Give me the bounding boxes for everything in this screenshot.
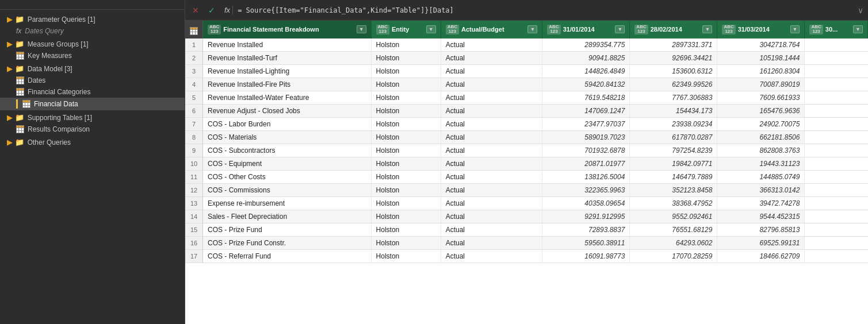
cell-d1: 72893.8837 xyxy=(542,223,630,236)
cell-d3: 3042718.764 xyxy=(717,38,805,52)
col-header-label-date-31-01-2014: 31/01/2014 xyxy=(563,26,595,33)
cell-d1: 90941.8825 xyxy=(542,51,630,64)
col-header-label-date-31-03-2014: 31/03/2014 xyxy=(738,26,770,33)
sidebar-item-financial-categories[interactable]: Financial Categories xyxy=(0,86,185,98)
col-header-date-31-03-2014[interactable]: ABC12331/03/2014▼ xyxy=(717,21,805,38)
formula-dropdown-icon[interactable]: ∨ xyxy=(858,6,863,15)
row-number: 3 xyxy=(185,64,203,78)
cell-financial-statement: COS - Equipment xyxy=(203,157,372,170)
sidebar-group-data-model: ▶ 📁Data Model [3]DatesFinancial Categori… xyxy=(0,63,185,110)
cell-financial-statement: COS - Other Costs xyxy=(203,170,372,183)
sidebar-item-label-data-model: Data Model [3] xyxy=(28,65,72,73)
sidebar-child-label-dates: Dates xyxy=(28,76,45,84)
col-header-label-date-30: 30... xyxy=(825,26,838,33)
sidebar-item-data-model[interactable]: ▶ 📁Data Model [3] xyxy=(0,63,185,75)
col-type-badge: ABC123 xyxy=(634,25,648,35)
col-type-badge: ABC123 xyxy=(446,25,459,35)
cell-d1: 322365.9963 xyxy=(542,183,630,196)
table-row: 14Sales - Fleet DepreciationHolstonActua… xyxy=(185,210,868,223)
sidebar-item-financial-data[interactable]: Financial Data xyxy=(0,98,185,110)
table-row: 7COS - Labor BurdenHolstonActual23477.97… xyxy=(185,117,868,130)
col-header-date-30[interactable]: ABC12330...▼ xyxy=(805,21,868,38)
cell-d2: 64293.0602 xyxy=(630,236,717,249)
table-row: 8COS - MaterialsHolstonActual589019.7023… xyxy=(185,130,868,144)
col-type-badge: ABC123 xyxy=(208,25,221,35)
col-filter-button-date-31-01-2014[interactable]: ▼ xyxy=(615,25,625,33)
cell-entity: Holston xyxy=(371,210,441,223)
cell-entity: Holston xyxy=(371,104,441,117)
cell-d2: 154434.173 xyxy=(630,104,717,117)
cell-d3: 144885.0749 xyxy=(717,170,805,183)
cell-d3: 70087.89019 xyxy=(717,78,805,91)
cell-d3: 862808.3763 xyxy=(717,144,805,157)
cell-d1: 2899354.775 xyxy=(542,38,630,52)
col-filter-button-entity[interactable]: ▼ xyxy=(426,25,436,33)
cell-actual-budget: Actual xyxy=(441,130,542,144)
cell-actual-budget: Actual xyxy=(441,38,542,52)
sidebar-item-results-comparison[interactable]: Results Comparison xyxy=(0,124,185,135)
col-filter-button-financial-statement[interactable]: ▼ xyxy=(357,25,366,33)
row-number: 1 xyxy=(185,38,203,52)
data-table: ABC123Financial Statement Breakdown▼ABC1… xyxy=(185,21,868,263)
col-header-date-31-01-2014[interactable]: ABC12331/01/2014▼ xyxy=(542,21,630,38)
cell-financial-statement: Revenue Installed-Lighting xyxy=(203,64,372,78)
sidebar-group-supporting-tables: ▶ 📁Supporting Tables [1]Results Comparis… xyxy=(0,111,185,135)
cell-entity: Holston xyxy=(371,170,441,183)
formula-input[interactable] xyxy=(238,6,853,14)
cell-actual-budget: Actual xyxy=(441,104,542,117)
cell-d3: 82796.85813 xyxy=(717,223,805,236)
cell-financial-statement: COS - Subcontractors xyxy=(203,144,372,157)
sidebar-item-parameter-queries[interactable]: ▶ 📁Parameter Queries [1] xyxy=(0,13,185,25)
table-row: 12COS - CommissionsHolstonActual322365.9… xyxy=(185,183,868,196)
row-number: 12 xyxy=(185,183,203,196)
folder-icon: ▶ 📁 xyxy=(7,15,24,24)
col-filter-button-date-31-03-2014[interactable]: ▼ xyxy=(790,25,800,33)
col-header-actual-budget[interactable]: ABC123Actual/Budget▼ xyxy=(441,21,542,38)
cell-entity: Holston xyxy=(371,236,441,249)
sidebar-item-key-measures[interactable]: Key Measures xyxy=(0,50,185,61)
col-filter-button-date-30[interactable]: ▼ xyxy=(853,25,863,33)
fx-label: fx xyxy=(222,6,233,14)
cell-d2: 153600.6312 xyxy=(630,64,717,78)
col-filter-button-date-28-02-2014[interactable]: ▼ xyxy=(702,25,712,33)
col-type-badge: ABC123 xyxy=(722,25,735,35)
cell-financial-statement: COS - Prize Fund Constr. xyxy=(203,236,372,249)
table-row: 1Revenue InstalledHolstonActual2899354.7… xyxy=(185,38,868,52)
col-header-entity[interactable]: ABC123Entity▼ xyxy=(371,21,441,38)
cell-d2: 7767.306883 xyxy=(630,91,717,104)
formula-cancel-button[interactable]: ✕ xyxy=(190,5,201,16)
sidebar-item-dates-query[interactable]: fxDates Query xyxy=(0,25,185,37)
cell-d1: 7619.548218 xyxy=(542,91,630,104)
cell-d2: 617870.0287 xyxy=(630,130,717,144)
formula-confirm-button[interactable]: ✓ xyxy=(206,5,217,16)
cell-actual-budget: Actual xyxy=(441,223,542,236)
col-header-rownum xyxy=(185,21,203,38)
cell-actual-budget: Actual xyxy=(441,236,542,249)
cell-entity: Holston xyxy=(371,51,441,64)
sidebar-tree: ▶ 📁Parameter Queries [1]fxDates Query▶ 📁… xyxy=(0,10,185,153)
sidebar-item-other-queries[interactable]: ▶ 📁Other Queries xyxy=(0,136,185,148)
cell-actual-budget: Actual xyxy=(441,157,542,170)
sidebar-item-supporting-tables[interactable]: ▶ 📁Supporting Tables [1] xyxy=(0,111,185,124)
row-number: 4 xyxy=(185,78,203,91)
cell-actual-budget: Actual xyxy=(441,183,542,196)
cell-d2: 19842.09771 xyxy=(630,157,717,170)
sidebar-group-other-queries: ▶ 📁Other Queries xyxy=(0,136,185,148)
cell-actual-budget: Actual xyxy=(441,117,542,130)
col-header-date-28-02-2014[interactable]: ABC12328/02/2014▼ xyxy=(630,21,717,38)
col-type-badge: ABC123 xyxy=(376,25,389,35)
table-icon xyxy=(22,100,30,108)
row-number: 8 xyxy=(185,130,203,144)
col-header-financial-statement[interactable]: ABC123Financial Statement Breakdown▼ xyxy=(203,21,372,38)
sidebar-item-dates[interactable]: Dates xyxy=(0,75,185,86)
formula-bar: ✕ ✓ fx ∨ xyxy=(185,0,868,21)
row-number: 11 xyxy=(185,170,203,183)
cell-d3: 366313.0142 xyxy=(717,183,805,196)
cell-d2: 146479.7889 xyxy=(630,170,717,183)
cell-entity: Holston xyxy=(371,130,441,144)
cell-d3: 9544.452315 xyxy=(717,210,805,223)
sidebar: ▶ 📁Parameter Queries [1]fxDates Query▶ 📁… xyxy=(0,0,185,324)
col-filter-button-actual-budget[interactable]: ▼ xyxy=(527,25,537,33)
sidebar-item-measure-groups[interactable]: ▶ 📁Measure Groups [1] xyxy=(0,38,185,50)
col-type-badge: ABC123 xyxy=(547,25,560,35)
